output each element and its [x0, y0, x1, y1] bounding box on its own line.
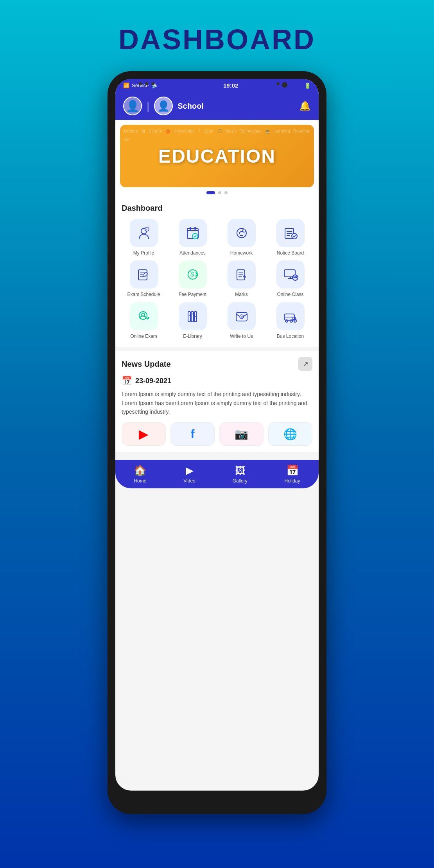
e-library-item[interactable]: E-Library — [170, 302, 215, 339]
bottom-nav: 🏠 Home ▶ Video 🖼 Gallery 📅 Holiday — [115, 460, 319, 488]
notice-board-label: Notice Board — [277, 250, 304, 256]
dashboard-grid: + My Profile — [122, 219, 312, 339]
news-date-icon: 📅 — [122, 376, 132, 386]
svg-rect-4 — [190, 227, 191, 230]
online-class-item[interactable]: Online Class — [268, 260, 312, 297]
banner-container: Degree 🏛 School 🍎 Knowledge ? Sport 🎵 Mu… — [115, 120, 319, 197]
nav-video-label: Video — [183, 478, 195, 484]
bus-location-item[interactable]: Bus Location — [268, 302, 312, 339]
svg-rect-23 — [191, 312, 194, 322]
news-section: News Update ↗ 📅 23-09-2021 Lorem Ipsum i… — [115, 351, 319, 452]
carousel-dot-1[interactable] — [206, 191, 215, 194]
signal-icon: 📶 — [123, 82, 129, 88]
social-links: ▶ f 📷 🌐 — [122, 422, 312, 446]
exam-schedule-label: Exam Schedule — [127, 292, 160, 297]
marks-item[interactable]: Marks — [219, 260, 264, 297]
instagram-button[interactable]: 📷 — [219, 422, 264, 446]
my-profile-item[interactable]: + My Profile — [122, 219, 166, 256]
education-banner: Degree 🏛 School 🍎 Knowledge ? Sport 🎵 Mu… — [120, 125, 314, 187]
homework-item[interactable]: i Homework — [219, 219, 264, 256]
battery-icon: 🔋 — [304, 82, 311, 89]
carousel-dot-3[interactable] — [224, 191, 228, 194]
attendances-item[interactable]: Attendances — [170, 219, 215, 256]
phone-frame: 📶 Service 📡 19:02 🔋 👤 | 👤 School 🔔 — [108, 71, 326, 814]
gallery-icon: 🖼 — [235, 464, 245, 477]
news-body-text: Lorem Ipsum is simply dummy text of the … — [122, 390, 312, 416]
online-exam-item[interactable]: Online Exam — [122, 302, 166, 339]
share-button[interactable]: ↗ — [298, 357, 312, 371]
dashboard-section: Dashboard + My Profile — [115, 197, 319, 347]
notification-bell-icon[interactable]: 🔔 — [299, 100, 311, 111]
svg-point-17 — [292, 275, 298, 280]
my-profile-label: My Profile — [133, 250, 154, 256]
home-icon: 🏠 — [134, 464, 146, 477]
news-date-text: 23-09-2021 — [135, 377, 171, 385]
dashboard-title: Dashboard — [122, 204, 312, 213]
homework-label: Homework — [230, 250, 253, 256]
e-library-label: E-Library — [183, 334, 202, 339]
facebook-button[interactable]: f — [170, 422, 215, 446]
phone-screen: 📶 Service 📡 19:02 🔋 👤 | 👤 School 🔔 — [115, 79, 319, 791]
school-name: School — [178, 102, 294, 111]
nav-holiday[interactable]: 📅 Holiday — [285, 464, 300, 484]
youtube-button[interactable]: ▶ — [122, 422, 166, 446]
carousel-dots — [120, 187, 314, 196]
write-to-us-label: Write to Us — [230, 334, 253, 339]
svg-text:+: + — [146, 228, 147, 231]
nav-gallery-label: Gallery — [233, 478, 247, 484]
marks-label: Marks — [235, 292, 248, 297]
svg-text:i: i — [243, 230, 244, 232]
avatar-secondary[interactable]: 👤 — [154, 97, 173, 115]
carousel-dot-2[interactable] — [218, 191, 221, 194]
page-title-text: DASHBOARD — [118, 23, 316, 56]
write-to-us-item[interactable]: @ Write to Us — [219, 302, 264, 339]
video-icon: ▶ — [186, 464, 194, 477]
notice-board-item[interactable]: Notice Board — [268, 219, 312, 256]
svg-point-29 — [285, 320, 288, 322]
nav-holiday-label: Holiday — [285, 478, 300, 484]
holiday-icon: 📅 — [286, 464, 299, 477]
exam-schedule-item[interactable]: Exam Schedule — [122, 260, 166, 297]
svg-rect-5 — [194, 227, 196, 230]
status-bar: 📶 Service 📡 19:02 🔋 — [115, 79, 319, 92]
online-class-label: Online Class — [277, 292, 303, 297]
status-time: 19:02 — [223, 82, 238, 89]
nav-gallery[interactable]: 🖼 Gallery — [233, 464, 247, 484]
svg-text:@: @ — [240, 316, 243, 318]
banner-main-text: EDUCATION — [158, 145, 276, 167]
nav-home-label: Home — [134, 478, 146, 484]
fee-payment-item[interactable]: $ Fee Payment — [170, 260, 215, 297]
news-title: News Update — [122, 360, 171, 369]
svg-rect-22 — [188, 312, 190, 322]
nav-home[interactable]: 🏠 Home — [134, 464, 146, 484]
bus-location-label: Bus Location — [277, 334, 304, 339]
website-button[interactable]: 🌐 — [268, 422, 312, 446]
fee-payment-label: Fee Payment — [179, 292, 206, 297]
svg-point-31 — [294, 320, 296, 322]
svg-point-30 — [290, 320, 292, 322]
nav-video[interactable]: ▶ Video — [183, 464, 195, 484]
app-header: 👤 | 👤 School 🔔 — [115, 92, 319, 120]
svg-rect-24 — [194, 312, 197, 322]
avatar-divider: | — [147, 100, 149, 112]
online-exam-label: Online Exam — [130, 334, 157, 339]
attendances-label: Attendances — [179, 250, 206, 256]
svg-text:$: $ — [190, 271, 194, 278]
avatar-main[interactable]: 👤 — [123, 97, 142, 115]
